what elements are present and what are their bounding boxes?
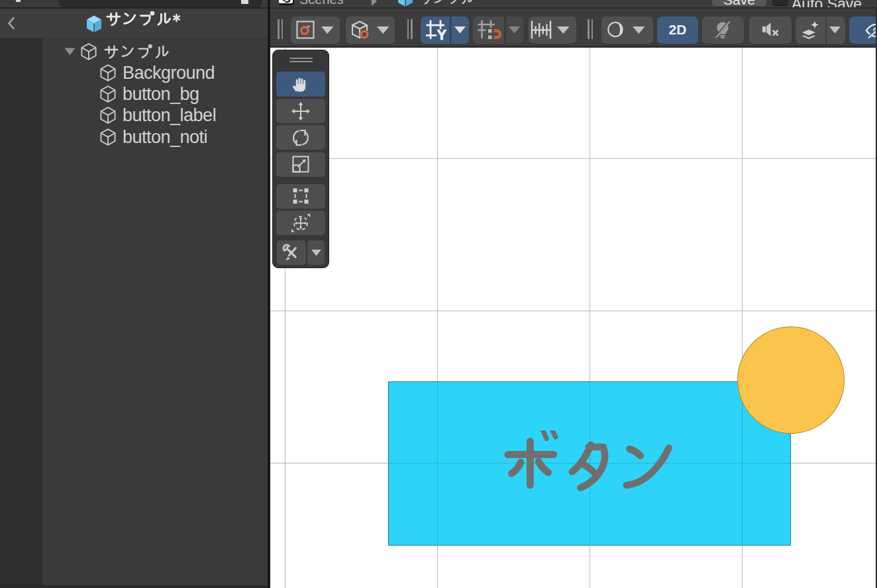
svg-text:Y: Y xyxy=(437,26,447,40)
